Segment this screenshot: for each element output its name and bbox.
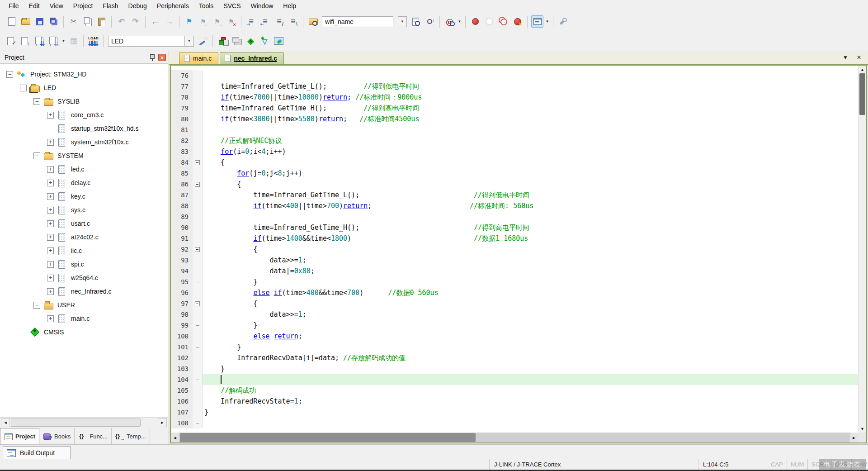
rebuild-icon[interactable] bbox=[33, 35, 46, 47]
menu-window[interactable]: Window bbox=[246, 0, 278, 11]
bookmark-previous-icon[interactable] bbox=[197, 15, 209, 28]
save-all-icon[interactable] bbox=[47, 15, 60, 28]
code-line[interactable]: 76 bbox=[171, 70, 858, 81]
expand-icon[interactable]: + bbox=[47, 193, 54, 200]
stop-build-icon[interactable] bbox=[67, 35, 80, 47]
tree-item-system-stm32f10x-c[interactable]: +system_stm32f10x.c bbox=[0, 135, 168, 149]
tree-item-core-cm3-c[interactable]: +core_cm3.c bbox=[0, 108, 168, 122]
bookmark-icon[interactable] bbox=[183, 15, 195, 28]
build-output-tab[interactable]: Build Output bbox=[3, 446, 71, 459]
search-input[interactable] bbox=[322, 16, 393, 27]
code-line[interactable]: 101 } bbox=[171, 342, 858, 352]
dropdown-caret-icon[interactable]: ▼ bbox=[61, 35, 66, 47]
tab-list-dropdown-icon[interactable]: ▼ bbox=[841, 53, 850, 62]
code-line[interactable]: 93 data>>=1; bbox=[171, 255, 858, 266]
code-line[interactable]: 82 //正式解码NEC协议 bbox=[171, 135, 858, 146]
dropdown-caret-icon[interactable]: ▼ bbox=[544, 15, 550, 28]
books-window-icon[interactable] bbox=[273, 35, 285, 47]
disable-all-breakpoints-icon[interactable] bbox=[497, 15, 509, 28]
code-view[interactable]: 7677 time=Infrared_GetTime_L(); //得到低电平时… bbox=[171, 66, 858, 433]
menu-project[interactable]: Project bbox=[68, 0, 98, 11]
scroll-left-icon[interactable]: ◄ bbox=[171, 433, 179, 442]
tree-item-sys-c[interactable]: +sys.c bbox=[0, 203, 168, 217]
expand-icon[interactable]: + bbox=[47, 247, 54, 254]
code-line[interactable]: 85 for(j=0;j<8;j++) bbox=[171, 168, 858, 179]
undo-icon[interactable] bbox=[115, 15, 127, 28]
tree-item-startup-stm32f10x-hd-s[interactable]: startup_stm32f10x_hd.s bbox=[0, 122, 168, 135]
code-line[interactable]: 81 bbox=[171, 124, 858, 135]
editor-tab-main-c[interactable]: main.c bbox=[179, 52, 218, 64]
code-line[interactable]: 92 { bbox=[171, 244, 858, 255]
navigate-back-icon[interactable] bbox=[149, 15, 161, 28]
save-icon[interactable] bbox=[33, 15, 46, 28]
code-line[interactable]: 107} bbox=[171, 407, 858, 418]
options-for-target-icon[interactable] bbox=[197, 35, 209, 47]
close-document-icon[interactable]: ✕ bbox=[854, 53, 863, 62]
menu-view[interactable]: View bbox=[45, 0, 68, 11]
collapse-icon[interactable]: − bbox=[33, 302, 40, 309]
tree-item-user[interactable]: −USER bbox=[0, 298, 168, 312]
menu-flash[interactable]: Flash bbox=[98, 0, 123, 11]
collapse-icon[interactable]: − bbox=[20, 85, 27, 91]
code-line[interactable]: 103 } bbox=[171, 363, 858, 374]
indent-icon[interactable] bbox=[245, 15, 257, 28]
expand-icon[interactable]: + bbox=[47, 207, 54, 214]
editor-tab-nec-infrared-c[interactable]: nec_Infrared.c bbox=[220, 52, 284, 64]
build-icon[interactable] bbox=[19, 35, 32, 47]
expand-icon[interactable]: + bbox=[47, 275, 54, 281]
scrollbar-thumb[interactable] bbox=[11, 419, 141, 427]
expand-icon[interactable]: + bbox=[47, 180, 54, 186]
find-text-icon[interactable] bbox=[410, 15, 422, 28]
bookmark-next-icon[interactable] bbox=[211, 15, 223, 28]
code-line[interactable]: 108 bbox=[171, 418, 858, 428]
collapse-icon[interactable]: − bbox=[6, 71, 13, 78]
comment-icon[interactable] bbox=[273, 15, 285, 28]
code-line[interactable]: 91 if(time>1400&&time<1800) //数据1 1680us bbox=[171, 233, 858, 244]
menu-tools[interactable]: Tools bbox=[194, 0, 219, 11]
menu-debug[interactable]: Debug bbox=[123, 0, 152, 11]
cut-icon[interactable] bbox=[67, 15, 80, 28]
target-select-input[interactable] bbox=[108, 36, 185, 47]
code-line[interactable]: 80 if(time<3000||time>5500)return; //标准时… bbox=[171, 114, 858, 124]
code-line-current[interactable]: 104 bbox=[171, 374, 858, 385]
new-file-icon[interactable] bbox=[5, 15, 18, 28]
expand-icon[interactable]: + bbox=[47, 315, 54, 322]
collapse-icon[interactable]: − bbox=[33, 98, 40, 105]
code-line[interactable]: 89 bbox=[171, 211, 858, 222]
batch-build-icon[interactable] bbox=[47, 35, 60, 47]
tree-item-w25q64-c[interactable]: +w25q64.c bbox=[0, 271, 168, 285]
manage-runtime-environment-icon[interactable] bbox=[217, 35, 229, 47]
window-layout-icon[interactable] bbox=[531, 15, 543, 28]
pin-icon[interactable] bbox=[148, 53, 156, 62]
code-line[interactable]: 78 if(time<7000||time>10000)return; //标准… bbox=[171, 92, 858, 103]
find-in-files-folder-icon[interactable] bbox=[307, 15, 319, 28]
pack-installer-icon[interactable] bbox=[245, 35, 257, 47]
expand-icon[interactable]: + bbox=[47, 220, 54, 227]
panel-tab-project[interactable]: Project bbox=[0, 428, 39, 444]
enable-breakpoint-icon[interactable] bbox=[483, 15, 495, 28]
scrollbar-thumb[interactable] bbox=[859, 73, 865, 115]
scroll-down-icon[interactable]: ▼ bbox=[859, 425, 866, 433]
panel-tab-func[interactable]: Func... bbox=[75, 428, 112, 444]
code-line[interactable]: 86 { bbox=[171, 179, 858, 190]
menu-file[interactable]: File bbox=[4, 0, 24, 11]
fold-marker-open[interactable] bbox=[193, 244, 203, 255]
scroll-up-icon[interactable]: ▲ bbox=[859, 66, 866, 73]
tree-item-cmsis[interactable]: CMSIS bbox=[0, 325, 168, 339]
menu-help[interactable]: Help bbox=[278, 0, 301, 11]
tree-item-delay-c[interactable]: +delay.c bbox=[0, 176, 168, 190]
code-line[interactable]: 99 } bbox=[171, 320, 858, 331]
panel-tab-books[interactable]: Books bbox=[39, 428, 75, 444]
code-line[interactable]: 79 time=Infrared_GetTime_H(); //得到高电平时间 bbox=[171, 103, 858, 114]
menu-peripherals[interactable]: Peripherals bbox=[152, 0, 194, 11]
dropdown-caret-icon[interactable]: ▼ bbox=[457, 15, 462, 28]
tree-item-key-c[interactable]: +key.c bbox=[0, 190, 168, 203]
clear-bookmarks-icon[interactable] bbox=[225, 15, 237, 28]
code-line[interactable]: 87 time=Infrared_GetTime_L(); //得到低电平时间 bbox=[171, 190, 858, 200]
open-folder-icon[interactable] bbox=[19, 15, 32, 28]
code-line[interactable]: 105 //解码成功 bbox=[171, 385, 858, 396]
fold-marker-open[interactable] bbox=[193, 157, 203, 168]
tree-item-iic-c[interactable]: +iic.c bbox=[0, 244, 168, 257]
configure-icon[interactable] bbox=[557, 15, 569, 28]
panel-tab-temp[interactable]: Temp... bbox=[112, 428, 150, 444]
